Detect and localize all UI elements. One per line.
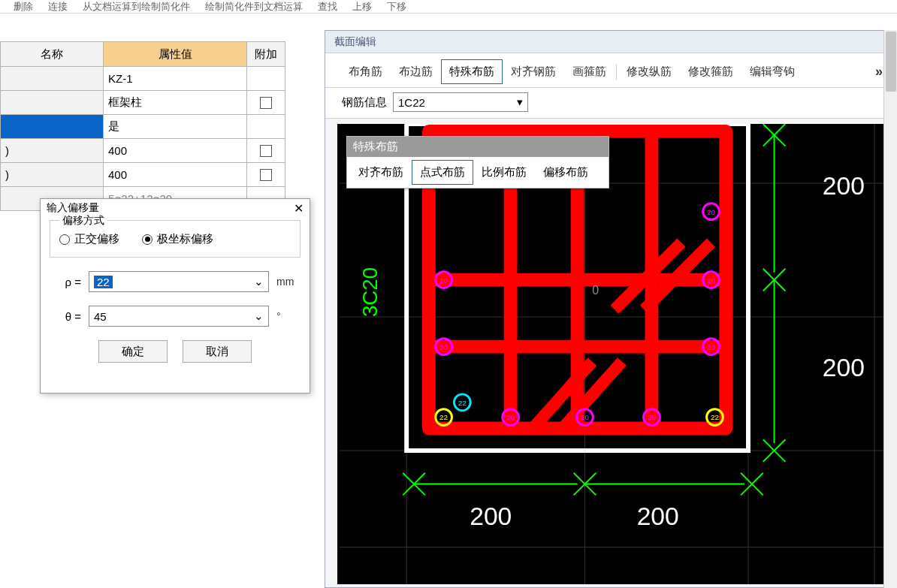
panel-title: 截面编辑 <box>325 31 895 53</box>
property-extra <box>247 67 285 90</box>
tab-edit-hook[interactable]: 编辑弯钩 <box>741 59 803 84</box>
dialog-title: 输入偏移量 <box>47 201 99 215</box>
property-value[interactable]: KZ-1 <box>104 67 247 90</box>
property-value[interactable]: 400 <box>104 139 247 162</box>
property-extra[interactable] <box>247 91 285 114</box>
property-value[interactable]: 是 <box>104 115 247 138</box>
tab-special-rebar[interactable]: 特殊布筋 <box>441 59 503 84</box>
checkbox-icon[interactable] <box>260 169 272 181</box>
checkbox-icon[interactable] <box>260 97 272 109</box>
tab-modify-long[interactable]: 修改纵筋 <box>618 59 680 84</box>
subtool-offset[interactable]: 偏移布筋 <box>535 160 596 185</box>
col-header-name: 名称 <box>1 42 104 66</box>
dim-value: 200 <box>470 502 512 530</box>
svg-text:22: 22 <box>458 399 467 407</box>
editor-tabs: 布角筋 布边筋 特殊布筋 对齐钢筋 画箍筋 修改纵筋 修改箍筋 编辑弯钩 » <box>325 53 895 88</box>
property-name: ) <box>1 139 104 162</box>
rho-label: ρ = <box>54 276 81 288</box>
radio-icon <box>142 234 153 245</box>
section-canvas[interactable]: 2020 202020 202020 2222 22 0 200 200 <box>337 124 892 584</box>
toolbar-item[interactable]: 绘制简化件到文档运算 <box>205 0 303 14</box>
svg-text:22: 22 <box>711 413 719 421</box>
radio-icon <box>59 234 70 245</box>
property-row[interactable]: KZ-1 <box>0 67 285 91</box>
ok-button[interactable]: 确定 <box>98 340 168 363</box>
col-header-value: 属性值 <box>104 42 247 66</box>
toolbar-item[interactable]: 从文档运算到绘制简化件 <box>83 0 190 14</box>
property-grid: 名称 属性值 附加 KZ-1 框架柱 是 ) 400 ) 400 5⌀22+12… <box>0 41 285 211</box>
col-header-extra: 附加 <box>247 42 285 66</box>
toolbar-item[interactable]: 连接 <box>48 0 68 14</box>
offset-mode-group: 偏移方式 正交偏移 极坐标偏移 <box>50 220 301 258</box>
svg-text:20: 20 <box>707 208 715 216</box>
property-extra[interactable] <box>247 163 285 186</box>
tab-align-rebar[interactable]: 对齐钢筋 <box>503 59 564 84</box>
toolbar-item[interactable]: 删除 <box>14 0 33 14</box>
offset-dialog: 输入偏移量 ✕ 偏移方式 正交偏移 极坐标偏移 ρ = 22 ⌄ mm θ = <box>40 198 310 394</box>
subtool-point[interactable]: 点式布筋 <box>412 160 473 185</box>
theta-input[interactable]: 45 ⌄ <box>89 306 269 327</box>
separator <box>616 65 617 80</box>
subtoolbar-title: 特殊布筋 <box>347 137 609 157</box>
checkbox-icon[interactable] <box>260 145 272 157</box>
svg-text:20: 20 <box>581 413 589 421</box>
property-row[interactable]: 是 <box>0 115 285 139</box>
dim-value: 200 <box>823 172 865 200</box>
rebar-info-value: 1C22 <box>398 96 425 109</box>
property-extra[interactable] <box>247 139 285 162</box>
section-drawing: 2020 202020 202020 2222 22 0 200 200 <box>337 124 892 584</box>
group-label: 偏移方式 <box>59 214 107 228</box>
rho-input[interactable]: 22 ⌄ <box>89 271 269 292</box>
top-toolbar: 删除 连接 从文档运算到绘制简化件 绘制简化件到文档运算 查找 上移 下移 <box>0 0 897 14</box>
radio-label: 极坐标偏移 <box>157 232 213 246</box>
dim-value: 200 <box>823 354 865 381</box>
toolbar-item[interactable]: 查找 <box>318 0 337 14</box>
subtool-ratio[interactable]: 比例布筋 <box>473 160 535 185</box>
origin-mark: 0 <box>592 284 599 297</box>
scrollbar-thumb[interactable] <box>886 32 896 92</box>
property-value[interactable]: 框架柱 <box>104 91 247 114</box>
subtool-align[interactable]: 对齐布筋 <box>350 160 412 185</box>
rho-value: 22 <box>94 276 113 288</box>
toolbar-item[interactable]: 下移 <box>387 0 406 14</box>
chevron-down-icon[interactable]: ▾ <box>517 95 523 109</box>
section-editor-panel: 截面编辑 布角筋 布边筋 特殊布筋 对齐钢筋 画箍筋 修改纵筋 修改箍筋 编辑弯… <box>325 30 895 588</box>
chevron-down-icon[interactable]: ⌄ <box>254 275 264 288</box>
dim-value: 200 <box>637 502 679 530</box>
svg-text:20: 20 <box>439 276 448 285</box>
property-name <box>1 115 104 138</box>
rebar-info-label: 钢筋信息 <box>342 95 387 110</box>
property-name <box>1 91 104 114</box>
svg-text:20: 20 <box>707 276 715 285</box>
rebar-info-input[interactable]: 1C22 ▾ <box>393 92 528 112</box>
toolbar-item[interactable]: 上移 <box>352 0 372 14</box>
property-name: ) <box>1 163 104 186</box>
vertical-scrollbar[interactable] <box>883 30 897 588</box>
chevron-down-icon[interactable]: ⌄ <box>254 309 264 323</box>
radio-label: 正交偏移 <box>74 232 119 246</box>
property-value[interactable]: 400 <box>104 163 247 186</box>
tab-corner-rebar[interactable]: 布角筋 <box>340 59 391 84</box>
theta-value: 45 <box>94 310 107 323</box>
close-icon[interactable]: ✕ <box>294 201 304 216</box>
property-extra <box>247 115 285 138</box>
special-rebar-subtoolbar: 特殊布筋 对齐布筋 点式布筋 比例布筋 偏移布筋 <box>346 136 609 188</box>
theta-label: θ = <box>54 310 81 323</box>
svg-text:20: 20 <box>707 343 715 351</box>
svg-text:22: 22 <box>439 413 448 421</box>
tab-draw-stirrup[interactable]: 画箍筋 <box>564 59 615 84</box>
theta-unit: ° <box>276 310 296 322</box>
tab-edge-rebar[interactable]: 布边筋 <box>391 59 441 84</box>
cancel-button[interactable]: 取消 <box>183 340 252 363</box>
property-name <box>1 67 104 90</box>
radio-orthogonal[interactable]: 正交偏移 <box>59 232 119 246</box>
svg-text:20: 20 <box>506 413 515 421</box>
svg-text:20: 20 <box>439 343 448 351</box>
property-row[interactable]: ) 400 <box>0 139 285 163</box>
property-row[interactable]: ) 400 <box>0 163 285 187</box>
radio-polar[interactable]: 极坐标偏移 <box>142 232 213 246</box>
svg-text:20: 20 <box>648 413 656 421</box>
rho-unit: mm <box>276 276 296 288</box>
property-row[interactable]: 框架柱 <box>0 91 285 115</box>
tab-modify-stirrup[interactable]: 修改箍筋 <box>680 59 741 84</box>
